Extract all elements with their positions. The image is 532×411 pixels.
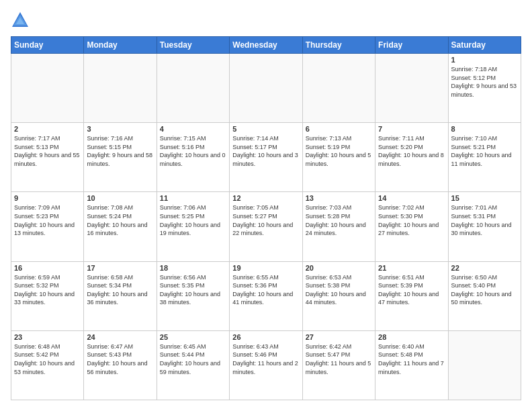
day-info: Sunrise: 7:11 AM Sunset: 5:20 PM Dayligh…	[378, 134, 445, 168]
calendar-cell: 14Sunrise: 7:02 AM Sunset: 5:30 PM Dayli…	[375, 192, 448, 261]
week-row-2: 2Sunrise: 7:17 AM Sunset: 5:13 PM Daylig…	[11, 123, 521, 192]
day-number: 25	[160, 333, 226, 341]
day-number: 2	[14, 125, 81, 133]
day-info: Sunrise: 7:15 AM Sunset: 5:16 PM Dayligh…	[160, 134, 226, 168]
day-number: 26	[232, 333, 299, 341]
weekday-header-saturday: Saturday	[448, 37, 521, 54]
calendar-cell	[448, 330, 521, 400]
day-number: 7	[378, 125, 445, 133]
calendar-cell: 5Sunrise: 7:14 AM Sunset: 5:17 PM Daylig…	[230, 123, 302, 192]
day-info: Sunrise: 7:17 AM Sunset: 5:13 PM Dayligh…	[14, 134, 81, 168]
day-info: Sunrise: 6:43 AM Sunset: 5:46 PM Dayligh…	[232, 342, 299, 376]
day-info: Sunrise: 6:53 AM Sunset: 5:38 PM Dayligh…	[306, 273, 372, 307]
day-info: Sunrise: 6:55 AM Sunset: 5:36 PM Dayligh…	[232, 273, 299, 307]
day-number: 15	[451, 194, 518, 202]
calendar-cell: 2Sunrise: 7:17 AM Sunset: 5:13 PM Daylig…	[11, 123, 84, 192]
calendar-cell: 11Sunrise: 7:06 AM Sunset: 5:25 PM Dayli…	[157, 192, 229, 261]
day-info: Sunrise: 7:09 AM Sunset: 5:23 PM Dayligh…	[14, 203, 81, 237]
calendar-cell: 17Sunrise: 6:58 AM Sunset: 5:34 PM Dayli…	[84, 261, 157, 330]
week-row-3: 9Sunrise: 7:09 AM Sunset: 5:23 PM Daylig…	[11, 192, 521, 261]
weekday-header-wednesday: Wednesday	[230, 37, 302, 54]
day-number: 28	[378, 333, 445, 341]
weekday-header-sunday: Sunday	[11, 37, 84, 54]
week-row-4: 16Sunrise: 6:59 AM Sunset: 5:32 PM Dayli…	[11, 261, 521, 330]
calendar-cell: 20Sunrise: 6:53 AM Sunset: 5:38 PM Dayli…	[302, 261, 375, 330]
calendar-cell: 3Sunrise: 7:16 AM Sunset: 5:15 PM Daylig…	[84, 123, 157, 192]
calendar-cell: 16Sunrise: 6:59 AM Sunset: 5:32 PM Dayli…	[11, 261, 84, 330]
calendar-cell: 21Sunrise: 6:51 AM Sunset: 5:39 PM Dayli…	[375, 261, 448, 330]
day-number: 27	[306, 333, 372, 341]
weekday-header-row: SundayMondayTuesdayWednesdayThursdayFrid…	[11, 37, 521, 54]
calendar-cell	[375, 54, 448, 123]
calendar-table: SundayMondayTuesdayWednesdayThursdayFrid…	[11, 36, 521, 400]
calendar-cell: 12Sunrise: 7:05 AM Sunset: 5:27 PM Dayli…	[230, 192, 302, 261]
day-number: 22	[451, 264, 518, 272]
weekday-header-monday: Monday	[84, 37, 157, 54]
week-row-1: 1Sunrise: 7:18 AM Sunset: 5:12 PM Daylig…	[11, 54, 521, 123]
day-info: Sunrise: 6:58 AM Sunset: 5:34 PM Dayligh…	[87, 273, 153, 307]
day-number: 3	[87, 125, 153, 133]
day-number: 12	[232, 194, 299, 202]
calendar-cell: 9Sunrise: 7:09 AM Sunset: 5:23 PM Daylig…	[11, 192, 84, 261]
calendar-cell: 1Sunrise: 7:18 AM Sunset: 5:12 PM Daylig…	[448, 54, 521, 123]
weekday-header-thursday: Thursday	[302, 37, 375, 54]
week-row-5: 23Sunrise: 6:48 AM Sunset: 5:42 PM Dayli…	[11, 330, 521, 400]
day-number: 8	[451, 125, 518, 133]
day-info: Sunrise: 6:50 AM Sunset: 5:40 PM Dayligh…	[451, 273, 518, 307]
day-number: 18	[160, 264, 226, 272]
calendar-cell: 24Sunrise: 6:47 AM Sunset: 5:43 PM Dayli…	[84, 330, 157, 400]
day-info: Sunrise: 6:56 AM Sunset: 5:35 PM Dayligh…	[160, 273, 226, 307]
calendar-cell: 25Sunrise: 6:45 AM Sunset: 5:44 PM Dayli…	[157, 330, 229, 400]
day-info: Sunrise: 7:14 AM Sunset: 5:17 PM Dayligh…	[232, 134, 299, 168]
day-info: Sunrise: 6:48 AM Sunset: 5:42 PM Dayligh…	[14, 342, 81, 376]
day-info: Sunrise: 7:01 AM Sunset: 5:31 PM Dayligh…	[451, 203, 518, 237]
day-number: 16	[14, 264, 81, 272]
calendar-cell	[84, 54, 157, 123]
calendar-cell	[157, 54, 229, 123]
calendar-cell: 26Sunrise: 6:43 AM Sunset: 5:46 PM Dayli…	[230, 330, 302, 400]
day-info: Sunrise: 7:10 AM Sunset: 5:21 PM Dayligh…	[451, 134, 518, 168]
day-number: 11	[160, 194, 226, 202]
day-info: Sunrise: 6:45 AM Sunset: 5:44 PM Dayligh…	[160, 342, 226, 376]
day-info: Sunrise: 7:05 AM Sunset: 5:27 PM Dayligh…	[232, 203, 299, 237]
day-number: 21	[378, 264, 445, 272]
calendar-cell: 27Sunrise: 6:42 AM Sunset: 5:47 PM Dayli…	[302, 330, 375, 400]
day-number: 6	[306, 125, 372, 133]
calendar-page: SundayMondayTuesdayWednesdayThursdayFrid…	[0, 0, 532, 411]
day-number: 13	[306, 194, 372, 202]
day-number: 19	[232, 264, 299, 272]
calendar-cell: 19Sunrise: 6:55 AM Sunset: 5:36 PM Dayli…	[230, 261, 302, 330]
day-info: Sunrise: 7:16 AM Sunset: 5:15 PM Dayligh…	[87, 134, 153, 168]
day-number: 9	[14, 194, 81, 202]
day-info: Sunrise: 7:03 AM Sunset: 5:28 PM Dayligh…	[306, 203, 372, 237]
calendar-cell	[11, 54, 84, 123]
day-info: Sunrise: 7:18 AM Sunset: 5:12 PM Dayligh…	[451, 65, 518, 99]
day-info: Sunrise: 6:40 AM Sunset: 5:48 PM Dayligh…	[378, 342, 445, 376]
day-info: Sunrise: 6:51 AM Sunset: 5:39 PM Dayligh…	[378, 273, 445, 307]
day-number: 23	[14, 333, 81, 341]
calendar-cell: 23Sunrise: 6:48 AM Sunset: 5:42 PM Dayli…	[11, 330, 84, 400]
calendar-cell	[302, 54, 375, 123]
day-number: 17	[87, 264, 153, 272]
logo-icon	[11, 11, 30, 30]
header	[11, 11, 521, 30]
day-info: Sunrise: 6:47 AM Sunset: 5:43 PM Dayligh…	[87, 342, 153, 376]
day-number: 24	[87, 333, 153, 341]
day-info: Sunrise: 7:02 AM Sunset: 5:30 PM Dayligh…	[378, 203, 445, 237]
day-number: 10	[87, 194, 153, 202]
day-info: Sunrise: 6:42 AM Sunset: 5:47 PM Dayligh…	[306, 342, 372, 376]
day-info: Sunrise: 7:08 AM Sunset: 5:24 PM Dayligh…	[87, 203, 153, 237]
calendar-cell	[230, 54, 302, 123]
day-info: Sunrise: 7:13 AM Sunset: 5:19 PM Dayligh…	[306, 134, 372, 168]
calendar-cell: 7Sunrise: 7:11 AM Sunset: 5:20 PM Daylig…	[375, 123, 448, 192]
calendar-cell: 8Sunrise: 7:10 AM Sunset: 5:21 PM Daylig…	[448, 123, 521, 192]
logo	[11, 11, 32, 30]
weekday-header-friday: Friday	[375, 37, 448, 54]
calendar-cell: 28Sunrise: 6:40 AM Sunset: 5:48 PM Dayli…	[375, 330, 448, 400]
day-number: 5	[232, 125, 299, 133]
weekday-header-tuesday: Tuesday	[157, 37, 229, 54]
day-info: Sunrise: 7:06 AM Sunset: 5:25 PM Dayligh…	[160, 203, 226, 237]
day-number: 1	[451, 56, 518, 64]
calendar-cell: 15Sunrise: 7:01 AM Sunset: 5:31 PM Dayli…	[448, 192, 521, 261]
calendar-cell: 13Sunrise: 7:03 AM Sunset: 5:28 PM Dayli…	[302, 192, 375, 261]
